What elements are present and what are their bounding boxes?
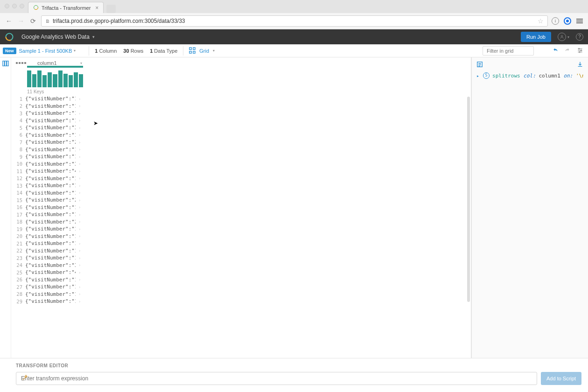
expand-icon[interactable]: › <box>78 277 81 282</box>
table-row[interactable]: 21{"visitNumber":"1"› <box>11 240 471 247</box>
table-row[interactable]: 20{"visitNumber":"1"› <box>11 233 471 240</box>
expand-icon[interactable]: › <box>78 285 81 289</box>
script-view-icon[interactable] <box>476 61 483 69</box>
table-row[interactable]: 5{"visitNumber":"3"› <box>11 124 471 132</box>
wand-icon[interactable] <box>21 375 28 383</box>
expand-icon[interactable]: › <box>78 205 81 210</box>
table-row[interactable]: 8{"visitNumber":"1"› <box>11 146 471 154</box>
table-row[interactable]: 17{"visitNumber":"1"› <box>11 211 471 218</box>
table-row[interactable]: 16{"visitNumber":"1"› <box>11 204 471 211</box>
table-row[interactable]: 24{"visitNumber":"3"› <box>11 262 471 269</box>
table-row[interactable]: 3{"visitNumber":"11› <box>11 110 471 117</box>
table-row[interactable]: 23{"visitNumber":"1"› <box>11 254 471 262</box>
table-row[interactable]: 25{"visitNumber":"4"› <box>11 269 471 276</box>
view-mode-selector[interactable]: Grid ▾ <box>189 47 215 55</box>
svg-rect-14 <box>7 61 8 66</box>
dataset-dropdown[interactable]: Google Analytics Web Data ▾ <box>21 34 95 40</box>
expand-icon[interactable]: › <box>78 126 81 130</box>
expand-icon[interactable]: › <box>78 118 81 123</box>
vertical-scrollbar[interactable] <box>467 97 470 302</box>
column-type-icon[interactable] <box>16 62 26 64</box>
table-row[interactable]: 22{"visitNumber":"1"› <box>11 247 471 255</box>
row-number: 4 <box>11 118 25 123</box>
expand-icon[interactable]: › <box>78 256 81 260</box>
menu-icon[interactable] <box>576 17 583 25</box>
expand-icon[interactable]: › <box>78 198 81 203</box>
table-row[interactable]: 4{"visitNumber":"1"› <box>11 117 471 125</box>
help-icon[interactable]: ? <box>576 33 583 41</box>
quality-bar[interactable] <box>27 66 83 68</box>
table-row[interactable]: 28{"visitNumber":"1"› <box>11 291 471 298</box>
undo-button[interactable] <box>553 47 559 55</box>
forward-button[interactable]: → <box>17 17 25 25</box>
new-tab-button[interactable] <box>106 5 116 13</box>
expand-icon[interactable]: › <box>78 248 81 253</box>
table-row[interactable]: 1{"visitNumber":"11› <box>11 95 471 103</box>
back-button[interactable]: ← <box>5 17 13 25</box>
table-row[interactable]: 14{"visitNumber":"1"› <box>11 189 471 197</box>
expand-icon[interactable]: › <box>78 97 81 101</box>
window-controls[interactable] <box>5 4 24 8</box>
script-step[interactable]: ▸ S splitrows col: column1 on: '\n' quot… <box>476 72 583 79</box>
table-row[interactable]: 19{"visitNumber":"1"› <box>11 225 471 233</box>
row-number: 7 <box>11 140 25 145</box>
table-row[interactable]: 9{"visitNumber":"1"› <box>11 153 471 161</box>
close-tab-icon[interactable]: × <box>95 5 98 11</box>
info-icon[interactable]: i <box>552 17 559 25</box>
expand-icon[interactable]: › <box>78 227 81 231</box>
filter-input[interactable] <box>483 46 534 56</box>
close-window-icon[interactable] <box>5 4 9 8</box>
redo-button[interactable] <box>564 47 570 55</box>
expand-icon[interactable]: › <box>78 270 81 275</box>
expand-icon[interactable]: › <box>78 111 81 116</box>
expand-icon[interactable]: › <box>78 104 81 108</box>
table-row[interactable]: 12{"visitNumber":"1"› <box>11 175 471 182</box>
table-row[interactable]: 6{"visitNumber":"1"› <box>11 132 471 139</box>
settings-icon[interactable] <box>577 47 583 55</box>
table-row[interactable]: 10{"visitNumber":"3"› <box>11 161 471 168</box>
expand-icon[interactable]: › <box>78 176 81 181</box>
maximize-window-icon[interactable] <box>20 4 24 8</box>
browser-tab[interactable]: Trifacta - Transformer × <box>28 2 104 13</box>
expand-icon[interactable]: › <box>78 154 81 159</box>
download-icon[interactable] <box>577 61 583 69</box>
sample-selector[interactable]: Sample 1 - First 500KB ▾ <box>19 48 76 54</box>
trifacta-logo-icon[interactable] <box>5 32 14 42</box>
column-name-dropdown[interactable]: column1 ▾ <box>37 60 82 66</box>
expand-icon[interactable]: › <box>78 133 81 137</box>
expand-icon[interactable]: › <box>78 169 81 174</box>
run-job-button[interactable]: Run Job <box>521 32 551 42</box>
expand-icon[interactable]: › <box>78 263 81 267</box>
transform-input[interactable] <box>16 372 537 385</box>
expand-icon[interactable]: › <box>78 234 81 238</box>
expand-icon[interactable]: › <box>78 219 81 224</box>
bookmark-star-icon[interactable]: ☆ <box>538 17 544 25</box>
expand-icon[interactable]: › <box>78 140 81 145</box>
expand-icon[interactable]: › <box>78 190 81 195</box>
extension-icon[interactable] <box>564 17 571 25</box>
user-menu[interactable]: ▾ <box>558 33 569 41</box>
add-to-script-button[interactable]: Add to Script <box>541 372 581 385</box>
columns-panel-icon[interactable] <box>2 60 9 68</box>
expand-icon[interactable]: › <box>78 241 81 246</box>
table-row[interactable]: 18{"visitNumber":"2"› <box>11 218 471 226</box>
table-row[interactable]: 27{"visitNumber":"1"› <box>11 283 471 291</box>
expand-icon[interactable]: › <box>78 161 81 166</box>
table-row[interactable]: 29{"visitNumber":"1"› <box>11 298 471 305</box>
expand-icon[interactable]: › <box>78 212 81 217</box>
table-row[interactable]: 11{"visitNumber":"4"› <box>11 168 471 175</box>
table-row[interactable]: 26{"visitNumber":"1"› <box>11 276 471 284</box>
column-header[interactable]: column1 ▾ <box>11 57 471 66</box>
table-row[interactable]: 7{"visitNumber":"2"› <box>11 139 471 146</box>
table-row[interactable]: 13{"visitNumber":"1"› <box>11 182 471 189</box>
expand-icon[interactable]: › <box>78 183 81 188</box>
table-row[interactable]: 15{"visitNumber":"2"› <box>11 196 471 204</box>
expand-icon[interactable]: › <box>78 292 81 296</box>
histogram[interactable] <box>27 70 83 87</box>
table-row[interactable]: 2{"visitNumber":"11› <box>11 103 471 110</box>
minimize-window-icon[interactable] <box>12 4 17 8</box>
expand-icon[interactable]: › <box>78 147 81 152</box>
reload-button[interactable]: ⟳ <box>29 17 37 25</box>
expand-icon[interactable]: › <box>78 299 81 304</box>
address-bar[interactable]: 🗎 trifacta.prod.dse.gopro-platform.com:3… <box>41 15 548 27</box>
